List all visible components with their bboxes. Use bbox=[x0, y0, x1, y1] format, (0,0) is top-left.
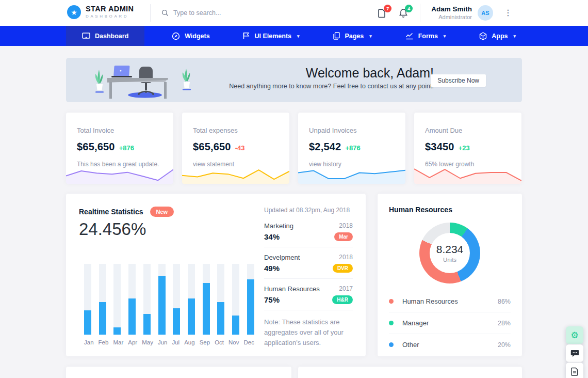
sparkline-chart bbox=[414, 166, 521, 184]
sparkline-chart bbox=[66, 166, 173, 184]
stat-title: Total Invoice bbox=[77, 127, 162, 134]
bar-month-label: Jun bbox=[158, 339, 168, 345]
stat-value: $65,650 bbox=[77, 141, 115, 153]
welcome-banner: Welcome back, Adam! Need anything more t… bbox=[66, 58, 522, 102]
stat-cards-row: Total Invoice $65,650 +876 This has been… bbox=[66, 113, 522, 184]
stat-card-unpaid-invoices[interactable]: Unpaid Invoices $2,542 +876 view history bbox=[298, 113, 405, 184]
chevron-down-icon: ▾ bbox=[513, 34, 516, 39]
tag-badge: DVR bbox=[333, 264, 353, 273]
notifications-button[interactable]: 4 bbox=[399, 8, 409, 18]
star-logo-icon: ★ bbox=[67, 5, 81, 19]
brand-title: STAR ADMIN bbox=[86, 5, 134, 13]
bar bbox=[232, 264, 239, 335]
chevron-down-icon: ▾ bbox=[369, 34, 372, 39]
bar bbox=[99, 264, 106, 335]
pages-icon bbox=[333, 32, 340, 40]
bar bbox=[158, 264, 166, 335]
hr-legend: Human Resources 86% Manager 28% Other 20… bbox=[389, 291, 511, 355]
bar bbox=[217, 264, 224, 335]
nav-item-dashboard[interactable]: Dashboard bbox=[66, 26, 144, 46]
gear-icon: ⚙ bbox=[570, 331, 578, 340]
chat-button[interactable] bbox=[566, 344, 583, 362]
realtime-side-panel: Updated at 08.32pm, Aug 2018 Marketing 3… bbox=[264, 207, 353, 348]
bar-chart-bars bbox=[84, 264, 254, 335]
realtime-row-human-resources: Human Resources 75% 2017 H&R bbox=[264, 279, 353, 310]
stat-delta: +876 bbox=[345, 144, 360, 152]
document-button[interactable] bbox=[566, 363, 583, 378]
stat-delta: +876 bbox=[119, 144, 134, 152]
avatar: AS bbox=[478, 5, 493, 21]
donut-center-value: 8.234 bbox=[436, 243, 464, 256]
nav-item-pages[interactable]: Pages ▾ bbox=[326, 26, 378, 46]
bar bbox=[128, 264, 136, 335]
brand-logo-block[interactable]: ★ STAR ADMIN DASHBOARD bbox=[67, 5, 134, 19]
nav-item-apps[interactable]: Apps ▾ bbox=[473, 26, 522, 46]
bar-month-label: Apr bbox=[128, 339, 137, 345]
kebab-menu-icon[interactable]: ⋮ bbox=[504, 9, 512, 17]
stat-delta: +23 bbox=[459, 144, 470, 152]
stat-value: $2,542 bbox=[309, 141, 341, 153]
realtime-row-development: Develpment 49% 2018 DVR bbox=[264, 247, 353, 279]
user-menu[interactable]: Adam Smith Administrator AS bbox=[431, 5, 493, 21]
main-nav: Dashboard Widgets UI Elements ▾ bbox=[0, 26, 588, 46]
tag-badge: Mar bbox=[334, 232, 353, 241]
brand-subtitle: DASHBOARD bbox=[86, 14, 134, 19]
legend-dot bbox=[389, 321, 394, 325]
stat-title: Amount Due bbox=[425, 127, 511, 134]
realtime-row-marketing: Marketing 34% 2018 Mar bbox=[264, 216, 353, 247]
notifications-count-badge: 4 bbox=[405, 5, 413, 12]
search-input[interactable] bbox=[173, 9, 251, 17]
search-icon bbox=[161, 9, 169, 17]
stat-card-total-invoice[interactable]: Total Invoice $65,650 +876 This has been… bbox=[66, 113, 173, 184]
stat-title: Unpaid Invoices bbox=[309, 127, 395, 134]
stat-title: Total expenses bbox=[193, 127, 279, 134]
bar-chart-labels: JanFebMarAprMayJunJulAugSepOctNovDec bbox=[84, 339, 254, 345]
legend-row-human-resources: Human Resources 86% bbox=[389, 291, 511, 312]
new-badge: New bbox=[150, 207, 174, 217]
bar bbox=[143, 264, 151, 335]
bar-month-label: Oct bbox=[215, 339, 224, 345]
floating-action-stack: ⚙ bbox=[566, 326, 583, 378]
bar bbox=[188, 264, 195, 335]
bar bbox=[113, 264, 121, 335]
realtime-note: Note: These statistics are aggregates ov… bbox=[264, 317, 353, 348]
tag-badge: H&R bbox=[332, 295, 353, 304]
bottom-cards-row bbox=[66, 367, 522, 378]
settings-button[interactable]: ⚙ bbox=[566, 326, 583, 344]
bar bbox=[203, 264, 210, 335]
human-resources-card: Human Resources 8.234 Units Human Resour… bbox=[378, 194, 522, 356]
hr-title: Human Resources bbox=[389, 206, 511, 214]
nav-item-ui-elements[interactable]: UI Elements ▾ bbox=[237, 26, 305, 46]
chevron-down-icon: ▾ bbox=[297, 34, 300, 39]
messages-count-badge: 7 bbox=[384, 5, 391, 12]
nav-item-forms[interactable]: Forms ▾ bbox=[399, 26, 452, 46]
top-header: ★ STAR ADMIN DASHBOARD 7 bbox=[0, 0, 588, 26]
bar-month-label: Aug bbox=[184, 339, 194, 345]
welcome-title: Welcome back, Adam! bbox=[229, 66, 434, 81]
stat-card-total-expenses[interactable]: Total expenses $65,650 -43 view statemen… bbox=[182, 113, 289, 184]
sparkline-chart bbox=[182, 166, 289, 184]
stat-card-amount-due[interactable]: Amount Due $3450 +23 65% lower growth bbox=[414, 113, 521, 184]
search-bar bbox=[150, 4, 251, 22]
hr-donut-chart: 8.234 Units bbox=[419, 223, 480, 284]
bar bbox=[173, 264, 180, 335]
bar-month-label: Jan bbox=[84, 339, 94, 345]
file-text-icon bbox=[571, 367, 578, 376]
subscribe-now-button[interactable]: Subscribe Now bbox=[431, 74, 486, 87]
realtime-title: Realtime Statistics bbox=[79, 208, 143, 216]
bar-month-label: Dec bbox=[244, 339, 254, 345]
bar-month-label: Mar bbox=[113, 339, 123, 345]
chevron-down-icon: ▾ bbox=[444, 34, 446, 39]
bottom-card-left bbox=[66, 367, 291, 378]
flag-icon bbox=[243, 32, 250, 40]
bar-month-label: Sep bbox=[200, 339, 210, 345]
bar-month-label: Nov bbox=[228, 339, 239, 345]
welcome-subtitle: Need anything more to know more? Feel fr… bbox=[229, 83, 434, 90]
chat-icon bbox=[570, 350, 579, 357]
messages-button[interactable]: 7 bbox=[378, 8, 388, 18]
donut-center-label: Units bbox=[443, 257, 456, 263]
compass-icon bbox=[172, 32, 180, 40]
bar-month-label: May bbox=[142, 339, 153, 345]
nav-item-widgets[interactable]: Widgets bbox=[166, 26, 216, 46]
legend-row-manager: Manager 28% bbox=[389, 312, 511, 334]
